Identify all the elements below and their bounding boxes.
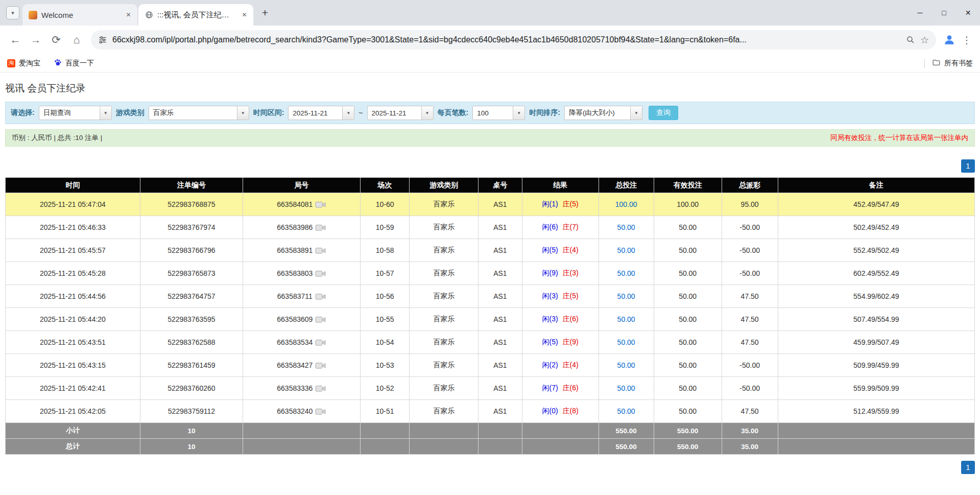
payout: 47.50 xyxy=(722,400,778,423)
session: 10-55 xyxy=(360,308,410,331)
total-bet-link[interactable]: 50.00 xyxy=(617,384,635,392)
valid-bet: 50.00 xyxy=(654,308,722,331)
round-number: 663583427 xyxy=(277,361,313,369)
url-text[interactable]: 66cxkj98.com/ipl/portal.php/game/betreco… xyxy=(112,35,901,44)
total-bet-link[interactable]: 50.00 xyxy=(617,338,635,346)
result-player: 闲(3) xyxy=(542,292,558,300)
bet-id: 522983762588 xyxy=(140,331,243,354)
total-count: 10 xyxy=(140,439,243,455)
home-button[interactable]: ⌂ xyxy=(66,30,87,50)
close-tab-icon[interactable]: ✕ xyxy=(240,10,249,20)
round-result-icon[interactable] xyxy=(315,270,326,277)
total-bet-link[interactable]: 100.00 xyxy=(615,200,637,208)
round-result-icon[interactable] xyxy=(315,385,326,392)
payout: -50.00 xyxy=(722,354,778,377)
close-window-button[interactable]: ✕ xyxy=(956,0,980,26)
round-result-icon[interactable] xyxy=(315,293,326,300)
result-cell: 闲(0) 庄(8) xyxy=(522,400,599,423)
session: 10-58 xyxy=(360,239,410,262)
round-result-icon[interactable] xyxy=(315,316,326,323)
round-result-icon[interactable] xyxy=(315,247,326,254)
subtotal-valid-bet: 550.00 xyxy=(654,423,722,439)
total-row: 总计 10 550.00 550.00 35.00 xyxy=(6,439,975,455)
search-button[interactable]: 查询 xyxy=(649,106,678,120)
filter-bar: 请选择: 日期查询 ▼ 游戏类别 百家乐 ▼ 时间区间: 2025-11-21 … xyxy=(5,102,975,124)
chevron-down-icon[interactable]: ▼ xyxy=(630,106,642,120)
table-row: 2025-11-21 05:43:15 522983761459 6635834… xyxy=(6,354,975,377)
query-type-label: 请选择: xyxy=(11,108,35,117)
chevron-down-icon[interactable]: ▼ xyxy=(100,106,111,120)
all-bookmarks-button[interactable]: 所有书签 xyxy=(932,58,973,68)
valid-bet: 50.00 xyxy=(654,354,722,377)
zoom-icon[interactable] xyxy=(906,35,915,44)
tab-title: Welcome xyxy=(41,11,119,19)
maximize-button[interactable]: □ xyxy=(932,0,956,26)
round-result-icon[interactable] xyxy=(315,339,326,346)
total-payout: 35.00 xyxy=(722,439,778,455)
total-bet-link[interactable]: 50.00 xyxy=(617,361,635,369)
round-result-icon[interactable] xyxy=(315,201,326,208)
per-page-select[interactable]: 100 ▼ xyxy=(472,106,525,120)
result-banker: 庄(9) xyxy=(563,338,579,346)
total-bet-link[interactable]: 50.00 xyxy=(617,315,635,323)
site-info-icon[interactable] xyxy=(98,35,107,44)
new-tab-button[interactable]: + xyxy=(257,5,273,20)
valid-bet: 50.00 xyxy=(654,285,722,308)
table-number: AS1 xyxy=(479,377,522,400)
game-type: 百家乐 xyxy=(410,400,479,423)
bet-records-table: 时间注单编号局号场次游戏类别桌号结果总投注有效投注总派彩备注 2025-11-2… xyxy=(5,177,975,455)
profile-icon[interactable] xyxy=(940,31,959,49)
bookmark-star-icon[interactable]: ☆ xyxy=(920,34,929,46)
total-bet-link[interactable]: 50.00 xyxy=(617,269,635,277)
page-1-button[interactable]: 1 xyxy=(961,159,975,173)
chevron-down-icon[interactable]: ▼ xyxy=(342,106,354,120)
summary-bar: 币别 : 人民币 | 总共 :10 注单 | 同局有效投注，统一计算在该局第一张… xyxy=(5,129,975,147)
query-type-select[interactable]: 日期查询 ▼ xyxy=(39,106,112,120)
pagination-bottom: 1 xyxy=(5,461,975,474)
remark: 554.99/602.49 xyxy=(778,285,974,308)
game-type: 百家乐 xyxy=(410,285,479,308)
chevron-down-icon[interactable]: ▼ xyxy=(421,106,433,120)
back-button[interactable]: ← xyxy=(5,30,26,50)
chevron-down-icon[interactable]: ▼ xyxy=(513,106,524,120)
result-cell: 闲(3) 庄(5) xyxy=(522,285,599,308)
chevron-down-icon[interactable]: ▼ xyxy=(237,106,249,120)
bookmark-baidu[interactable]: 百度一下 xyxy=(54,58,94,68)
result-banker: 庄(7) xyxy=(563,223,579,231)
minimize-button[interactable]: ─ xyxy=(908,0,932,26)
welcome-tab-favicon xyxy=(29,11,37,19)
payout: -50.00 xyxy=(722,239,778,262)
total-bet-link[interactable]: 50.00 xyxy=(617,246,635,254)
subtotal-payout: 35.00 xyxy=(722,423,778,439)
result-banker: 庄(8) xyxy=(563,407,579,415)
payout: -50.00 xyxy=(722,262,778,285)
total-total-bet: 550.00 xyxy=(599,439,654,455)
address-bar[interactable]: 66cxkj98.com/ipl/portal.php/game/betreco… xyxy=(91,30,936,50)
game-type: 百家乐 xyxy=(410,262,479,285)
total-bet-link[interactable]: 50.00 xyxy=(617,292,635,300)
date-to-select[interactable]: 2025-11-21 ▼ xyxy=(367,106,434,120)
sort-select[interactable]: 降幂(由大到小) ▼ xyxy=(564,106,642,120)
date-from-select[interactable]: 2025-11-21 ▼ xyxy=(288,106,354,120)
round-result-icon[interactable] xyxy=(315,362,326,369)
game-type-select[interactable]: 百家乐 ▼ xyxy=(149,106,249,120)
tab-welcome[interactable]: Welcome ✕ xyxy=(22,4,137,26)
page-1-button[interactable]: 1 xyxy=(961,461,975,474)
total-bet-link[interactable]: 50.00 xyxy=(617,223,635,231)
total-bet-link[interactable]: 50.00 xyxy=(617,407,635,415)
close-tab-icon[interactable]: ✕ xyxy=(124,10,133,20)
reload-button[interactable]: ⟳ xyxy=(46,30,66,50)
round-result-icon[interactable] xyxy=(315,224,326,231)
menu-kebab-icon[interactable]: ⋮ xyxy=(959,31,975,49)
tab-betrecord[interactable]: :::视讯, 会员下注纪录::: ✕ xyxy=(138,4,253,26)
tab-search-button[interactable]: ▾ xyxy=(6,6,19,19)
round-result-icon[interactable] xyxy=(315,408,326,415)
bet-time: 2025-11-21 05:44:20 xyxy=(6,308,140,331)
bet-id: 522983759112 xyxy=(140,400,243,423)
result-cell: 闲(7) 庄(6) xyxy=(522,377,599,400)
forward-button[interactable]: → xyxy=(26,30,46,50)
bookmark-aitaobao[interactable]: 淘 爱淘宝 xyxy=(7,59,40,68)
result-banker: 庄(6) xyxy=(563,384,579,392)
bet-id: 522983764757 xyxy=(140,285,243,308)
round-number: 663583609 xyxy=(277,315,313,323)
